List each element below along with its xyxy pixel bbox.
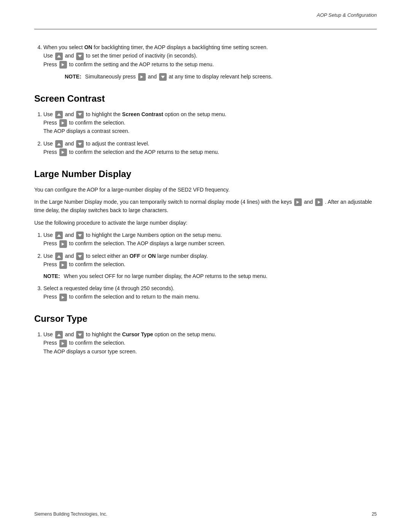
sc-item1-aop: The AOP displays a contrast screen. — [43, 127, 377, 135]
lnd-para2: In the Large Number Display mode, you ca… — [34, 198, 377, 215]
down-icon-lnd1 — [76, 232, 84, 239]
ct-item1-aop: The AOP displays a cursor type screen. — [43, 347, 377, 356]
cursor-type-list: Use and to highlight the Cursor Type opt… — [43, 330, 377, 356]
cursor-type-bold: Cursor Type — [122, 331, 153, 337]
screen-contrast-list: Use and to highlight the Screen Contrast… — [43, 110, 377, 157]
screen-contrast-bold: Screen Contrast — [122, 111, 163, 117]
intro-note-text: Simultaneously press and at any time to … — [85, 72, 272, 81]
screen-contrast-title: Screen Contrast — [34, 93, 377, 104]
intro-item4-on: ON — [84, 44, 92, 50]
lnd-note-text: When you select OFF for no large number … — [64, 272, 268, 280]
enter-icon-lnd1 — [294, 198, 302, 206]
down-arrow-icon — [76, 53, 84, 60]
header-title: AOP Setup & Configuration — [317, 12, 377, 18]
enter-icon-lnd4 — [59, 294, 67, 301]
up-icon-lnd2 — [55, 252, 63, 260]
lnd-item3-sub: Press to confirm the selection and to re… — [43, 292, 377, 301]
page: AOP Setup & Configuration When you selec… — [0, 0, 411, 532]
lnd-item3-press: Press to confirm the selection and to re… — [43, 292, 377, 301]
screen-contrast-item2: Use and to adjust the contrast level. Pr… — [43, 139, 377, 157]
lnd-item1-sub: Press to confirm the selection. The AOP … — [43, 239, 377, 248]
up-icon-lnd1 — [55, 232, 63, 239]
lnd-off-bold: OFF — [129, 253, 140, 259]
down-icon-sc1 — [76, 111, 84, 118]
ct-item1-sub: Press to confirm the selection. The AOP … — [43, 339, 377, 356]
down-arrow-icon-2 — [159, 73, 167, 81]
intro-item4-text: When you select — [43, 44, 84, 50]
intro-item4-rest: for backlighting timer, the AOP displays… — [92, 44, 268, 50]
footer-page-number: 25 — [372, 511, 377, 517]
cursor-type-item1: Use and to highlight the Cursor Type opt… — [43, 330, 377, 356]
sc-item1-press: Press to confirm the selection. — [43, 118, 377, 127]
lnd-item1: Use and to highlight the Large Numbers o… — [43, 231, 377, 248]
lnd-note: NOTE: When you select OFF for no large n… — [43, 272, 377, 280]
footer: Siemens Building Technologies, Inc. 25 — [34, 511, 377, 517]
screen-contrast-section: Screen Contrast Use and to highlight the… — [34, 93, 377, 157]
intro-item4-sublines: Use and to set the timer period of inact… — [43, 51, 377, 69]
lnd-item1-press: Press to confirm the selection. The AOP … — [43, 239, 377, 248]
sc-item2-sublines: Press to confirm the selection and the A… — [43, 148, 377, 156]
up-icon-ct1 — [55, 331, 63, 339]
large-number-title: Large Number Display — [34, 169, 377, 179]
up-arrow-icon — [55, 53, 63, 60]
cursor-type-title: Cursor Type — [34, 313, 377, 324]
lnd-note-label: NOTE: — [43, 272, 60, 280]
screen-contrast-item1: Use and to highlight the Screen Contrast… — [43, 110, 377, 136]
up-icon-sc2 — [55, 140, 63, 148]
enter-icon-lnd2 — [59, 240, 67, 248]
intro-note-label: NOTE: — [65, 72, 81, 81]
cursor-type-section: Cursor Type Use and to highlight the Cur… — [34, 313, 377, 356]
lnd-item2-sub: Press to confirm the selection. — [43, 260, 377, 268]
intro-item-4: When you select ON for backlighting time… — [43, 43, 377, 69]
help-icon-lnd — [315, 198, 323, 206]
lnd-para3: Use the following procedure to activate … — [34, 219, 377, 227]
lnd-item2: Use and to select either an OFF or ON la… — [43, 252, 377, 280]
enter-icon-sc2 — [59, 149, 67, 156]
sc-item2-press: Press to confirm the selection and the A… — [43, 148, 377, 156]
intro-item4-press-line: Press to confirm the setting and the AOP… — [43, 60, 377, 69]
enter-icon — [59, 61, 67, 69]
enter-icon-ct1 — [59, 340, 67, 347]
lnd-on-bold: ON — [148, 253, 156, 259]
enter-icon-lnd3 — [59, 261, 67, 269]
intro-section: When you select ON for backlighting time… — [34, 43, 377, 81]
lnd-list: Use and to highlight the Large Numbers o… — [43, 231, 377, 301]
up-icon-sc1 — [55, 111, 63, 118]
down-icon-ct1 — [76, 331, 84, 339]
lnd-item3: Select a requested delay time (4 through… — [43, 284, 377, 301]
sc-item1-sublines: Press to confirm the selection. The AOP … — [43, 118, 377, 136]
intro-note: NOTE: Simultaneously press and at any ti… — [65, 72, 377, 81]
header-divider — [34, 29, 377, 29]
ct-item1-press: Press to confirm the selection. — [43, 339, 377, 347]
down-icon-sc2 — [76, 140, 84, 148]
lnd-para1: You can configure the AOP for a large-nu… — [34, 185, 377, 194]
large-number-section: Large Number Display You can configure t… — [34, 169, 377, 301]
intro-list: When you select ON for backlighting time… — [43, 43, 377, 69]
help-icon-1 — [138, 73, 146, 81]
intro-item4-use-line: Use and to set the timer period of inact… — [43, 51, 377, 60]
enter-icon-sc1 — [59, 119, 67, 127]
down-icon-lnd2 — [76, 252, 84, 260]
lnd-item2-press: Press to confirm the selection. — [43, 260, 377, 268]
footer-left: Siemens Building Technologies, Inc. — [34, 511, 107, 517]
